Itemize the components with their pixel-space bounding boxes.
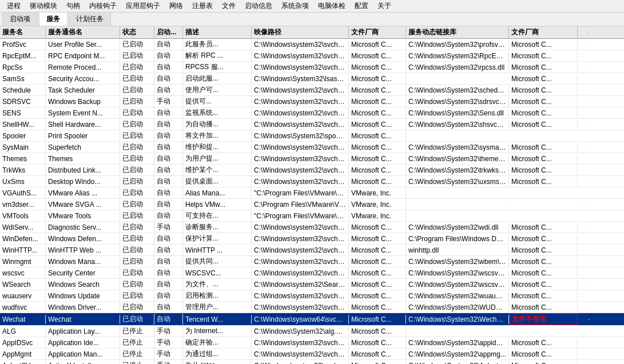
menu-app-hook[interactable]: 应用层钩子 bbox=[121, 0, 165, 12]
table-cell: C:\Windows\System32\sdrsvc.dll bbox=[406, 97, 509, 106]
table-row[interactable]: ALGApplication Lay...已停止手动为 Internet...C… bbox=[0, 326, 624, 337]
table-cell: wudfsvc bbox=[0, 303, 46, 312]
menu-driver[interactable]: 驱动模块 bbox=[25, 0, 62, 12]
table-cell: 已启动 bbox=[120, 222, 154, 233]
table-cell: Microsoft C... bbox=[349, 97, 406, 106]
menu-network[interactable]: 网络 bbox=[165, 0, 188, 12]
table-cell: ActiveX Installe... bbox=[46, 361, 120, 365]
table-cell: C:\Windows\System32\RpcEpM... bbox=[406, 51, 509, 61]
table-row[interactable]: SDRSVCWindows Backup已启动手动提供可...C:\Window… bbox=[0, 96, 624, 107]
table-row[interactable]: ShellHW...Shell Hardware...已启动自动为自动播...C… bbox=[0, 119, 624, 130]
table-row[interactable]: vm3dser...VMware SVGA ...已启动自动Helps VMw.… bbox=[0, 199, 624, 210]
table-cell: C:\Windows\system32\svchost.... bbox=[252, 303, 349, 312]
table-row[interactable]: VGAuthS...VMware Alias ...已启动自动Alias Man… bbox=[0, 187, 624, 199]
table-cell bbox=[578, 90, 589, 91]
table-cell: C:\Windows\system32\SearchI.... bbox=[252, 280, 349, 289]
table-row[interactable]: ThemesThemes已启动自动为用户提...C:\Windows\syste… bbox=[0, 153, 624, 165]
tab-scheduled-tasks[interactable]: 计划任务 bbox=[69, 12, 111, 26]
table-row[interactable]: WinHTTP...WinHTTP Web ...已启动自动WinHTTP ..… bbox=[0, 245, 624, 256]
table-row[interactable]: wuauservWindows Update已启动自动启用检测...C:\Win… bbox=[0, 290, 624, 302]
col-dll[interactable]: 服务动态链接库 bbox=[406, 26, 509, 38]
table-cell: 手动 bbox=[154, 222, 183, 233]
table-row[interactable]: AppIDSvcApplication Ide...已停止手动确定并验...C:… bbox=[0, 337, 624, 349]
table-row[interactable]: RpcEptM...RPC Endpoint M...已启动自动解析 RPC .… bbox=[0, 50, 624, 62]
table-cell: WinHTTP ... bbox=[183, 246, 252, 255]
table-row[interactable]: SENSSystem Event N...已启动自动监视系统...C:\Wind… bbox=[0, 107, 624, 119]
table-cell: 为自动播... bbox=[183, 119, 252, 130]
table-row[interactable]: WinmgmtWindows Mana...已启动自动提供共同...C:\Win… bbox=[0, 256, 624, 267]
tab-services[interactable]: 服务 bbox=[39, 12, 67, 26]
col-startup-type[interactable]: 启动... bbox=[154, 26, 183, 38]
col-dll-vendor[interactable]: 文件厂商 bbox=[509, 26, 578, 38]
col-vendor[interactable]: 文件厂商 bbox=[349, 26, 406, 38]
table-cell: RPCSS 服... bbox=[183, 62, 252, 73]
table-cell bbox=[578, 319, 589, 320]
table-row[interactable]: AxInstSVActiveX Installe...已停止手动为从 Inter… bbox=[0, 360, 624, 364]
menu-file[interactable]: 文件 bbox=[217, 0, 240, 12]
menu-system[interactable]: 系统杂项 bbox=[277, 0, 313, 12]
table-cell: C:\Windows\System32\wscsvs.dll bbox=[406, 280, 509, 289]
table-cell: C:\Windows\system32\svchost.... bbox=[252, 40, 349, 49]
menu-handle[interactable]: 句柄 bbox=[62, 0, 85, 12]
table-cell: Microsoft C... bbox=[509, 40, 578, 49]
menu-check[interactable]: 电脑体检 bbox=[313, 0, 350, 12]
table-cell: 手动 bbox=[154, 349, 183, 359]
table-cell: Microsoft C... bbox=[509, 291, 578, 301]
table-cell: 已启动 bbox=[120, 199, 154, 210]
table-row[interactable]: ProfSvcUser Profile Ser...已启动自动此服务员...C:… bbox=[0, 39, 624, 50]
table-cell: ShellHW... bbox=[0, 120, 46, 129]
table-body[interactable]: ProfSvcUser Profile Ser...已启动自动此服务员...C:… bbox=[0, 39, 624, 364]
table-cell: C:\Windows\System32\wuauen... bbox=[406, 291, 509, 301]
table-cell: Microsoft C... bbox=[349, 291, 406, 301]
table-row[interactable]: WdiServ...Diagnostic Serv...已启动手动诊断服务...… bbox=[0, 222, 624, 233]
table-cell: Microsoft C... bbox=[349, 280, 406, 289]
table-cell: Application Ide... bbox=[46, 338, 120, 347]
menu-about[interactable]: 关于 bbox=[373, 0, 396, 12]
table-cell: 启用检测... bbox=[183, 290, 252, 301]
table-cell: 自动 bbox=[154, 73, 183, 84]
table-cell bbox=[578, 331, 589, 332]
table-row[interactable]: WechatWechat已启动自动Tencent W...C:\Windows\… bbox=[0, 313, 624, 326]
table-row[interactable]: wudfsvcWindows Driver...已启动自动管理用户...C:\W… bbox=[0, 302, 624, 313]
table-row[interactable]: WinDefen...Windows Defen...已启动自动保护计算...C… bbox=[0, 233, 624, 245]
table-row[interactable]: RpcSsRemote Proced...已启动自动RPCSS 服...C:\W… bbox=[0, 62, 624, 73]
table-cell: C:\Windows\system32\svchost.... bbox=[252, 269, 349, 278]
menu-startup[interactable]: 启动信息 bbox=[240, 0, 277, 12]
table-cell: 为用户提... bbox=[183, 153, 252, 164]
tab-startup[interactable]: 启动项 bbox=[2, 12, 38, 26]
table-cell: 已启动 bbox=[120, 279, 154, 290]
col-status[interactable]: 状态 bbox=[120, 26, 154, 38]
table-cell bbox=[578, 55, 589, 57]
table-cell: Microsoft C... bbox=[349, 315, 406, 324]
table-cell: wuauserv bbox=[0, 291, 46, 301]
col-description[interactable]: 描述 bbox=[183, 26, 252, 38]
menu-kernel-hook[interactable]: 内核钩子 bbox=[85, 0, 121, 12]
menu-config[interactable]: 配置 bbox=[350, 0, 373, 12]
table-cell: 已启动 bbox=[120, 245, 154, 255]
table-row[interactable]: SpoolerPrint Spooler已启动自动将文件加...C:\Windo… bbox=[0, 130, 624, 142]
menu-process[interactable]: 进程 bbox=[2, 0, 25, 12]
table-row[interactable]: VMToolsVMware Tools已启动自动可支持在..."C:\Progr… bbox=[0, 210, 624, 222]
table-cell bbox=[578, 204, 589, 205]
table-cell: Microsoft C... bbox=[509, 303, 578, 312]
table-cell: C:\Windows\System32\schedsv... bbox=[406, 86, 509, 95]
col-display-name[interactable]: 服务通俗名 bbox=[46, 26, 120, 38]
table-row[interactable]: wscsvcSecurity Center已启动自动WSCSVC...C:\Wi… bbox=[0, 267, 624, 279]
table-cell: VMware Tools bbox=[46, 211, 120, 221]
table-row[interactable]: TrkWksDistributed Link...已启动自动维护某个...C:\… bbox=[0, 165, 624, 176]
table-row[interactable]: ScheduleTask Scheduler已启动自动使用户可...C:\Win… bbox=[0, 85, 624, 96]
main-container: 进程 驱动模块 句柄 内核钩子 应用层钩子 网络 注册表 文件 启动信息 系统杂… bbox=[0, 0, 624, 364]
table-cell: 已启动 bbox=[120, 290, 154, 301]
table-cell bbox=[578, 113, 589, 114]
table-row[interactable]: UxSmsDesktop Windo...已启动自动提供桌面...C:\Wind… bbox=[0, 176, 624, 187]
col-image-path[interactable]: 映像路径 bbox=[252, 26, 349, 38]
col-service-name[interactable]: 服务名 bbox=[0, 26, 46, 38]
table-row[interactable]: SamSsSecurity Accou...已启动自动启动此服...C:\Win… bbox=[0, 73, 624, 85]
table-cell: 自动 bbox=[154, 210, 183, 221]
menu-registry[interactable]: 注册表 bbox=[188, 0, 217, 12]
table-row[interactable]: AppMgmtApplication Man...已停止手动为通过组...C:\… bbox=[0, 349, 624, 360]
table-row[interactable]: WSearchWindows Search已启动自动为文件、...C:\Wind… bbox=[0, 279, 624, 290]
table-cell: Helps VMw... bbox=[183, 200, 252, 209]
table-row[interactable]: SysMainSuperfetch已启动自动维护和提...C:\Windows\… bbox=[0, 142, 624, 153]
table-cell: Microsoft C... bbox=[349, 74, 406, 83]
